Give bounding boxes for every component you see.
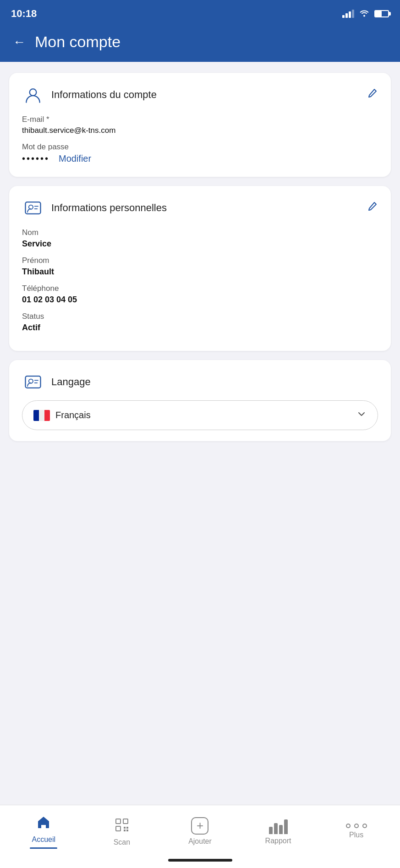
rapport-icon bbox=[269, 818, 288, 834]
svg-rect-11 bbox=[126, 830, 128, 831]
signal-icon bbox=[342, 10, 354, 18]
status-field: Status Actif bbox=[22, 312, 378, 333]
scan-label: Scan bbox=[114, 838, 130, 846]
personal-icon bbox=[22, 197, 44, 219]
status-icons bbox=[342, 9, 389, 19]
scan-icon bbox=[113, 816, 131, 835]
status-bar: 10:18 bbox=[0, 0, 400, 26]
account-icon bbox=[22, 84, 44, 106]
home-bar-line bbox=[168, 859, 232, 862]
language-card: Langage Français bbox=[9, 360, 391, 441]
password-row: •••••• Modifier bbox=[22, 153, 378, 164]
svg-rect-7 bbox=[116, 826, 121, 831]
language-left: Français bbox=[33, 410, 91, 421]
nav-item-accueil[interactable]: Accueil bbox=[5, 813, 83, 849]
nav-item-plus[interactable]: Plus bbox=[317, 824, 395, 839]
rapport-label: Rapport bbox=[265, 837, 291, 845]
personal-info-card: Informations personnelles Nom Service Pr… bbox=[9, 186, 391, 351]
personal-section-title: Informations personnelles bbox=[51, 202, 167, 214]
battery-icon bbox=[374, 10, 389, 17]
nav-item-ajouter[interactable]: + Ajouter bbox=[161, 817, 239, 846]
page-title: Mon compte bbox=[35, 33, 121, 51]
email-value: thibault.service@k-tns.com bbox=[22, 126, 378, 135]
personal-edit-button[interactable] bbox=[366, 201, 378, 215]
svg-rect-10 bbox=[124, 830, 126, 831]
personal-card-header-left: Informations personnelles bbox=[22, 197, 167, 219]
language-value: Français bbox=[55, 410, 91, 420]
svg-point-0 bbox=[30, 89, 37, 96]
personal-card-header: Informations personnelles bbox=[22, 197, 378, 219]
email-field: E-mail * thibault.service@k-tns.com bbox=[22, 115, 378, 135]
svg-rect-9 bbox=[126, 827, 128, 829]
nom-value: Service bbox=[22, 239, 378, 249]
chevron-down-icon bbox=[356, 409, 367, 421]
page-header: ← Mon compte bbox=[0, 26, 400, 62]
nom-field: Nom Service bbox=[22, 228, 378, 249]
language-section-title: Langage bbox=[51, 376, 91, 388]
wifi-icon bbox=[359, 9, 370, 19]
prenom-field: Prénom Thibault bbox=[22, 256, 378, 277]
language-card-header-left: Langage bbox=[22, 371, 91, 393]
nav-item-scan[interactable]: Scan bbox=[83, 816, 161, 846]
telephone-value: 01 02 03 04 05 bbox=[22, 295, 378, 305]
email-label: E-mail * bbox=[22, 115, 378, 124]
prenom-label: Prénom bbox=[22, 256, 378, 265]
ajouter-icon: + bbox=[191, 817, 208, 835]
telephone-label: Téléphone bbox=[22, 284, 378, 293]
language-card-header: Langage bbox=[22, 371, 378, 393]
france-flag bbox=[33, 410, 50, 421]
account-edit-button[interactable] bbox=[366, 87, 378, 102]
svg-rect-6 bbox=[123, 819, 128, 824]
prenom-value: Thibault bbox=[22, 267, 378, 277]
active-indicator bbox=[30, 847, 57, 849]
password-dots: •••••• bbox=[22, 153, 49, 164]
status-label: Status bbox=[22, 312, 378, 321]
svg-rect-5 bbox=[116, 819, 121, 824]
status-time: 10:18 bbox=[11, 8, 37, 20]
account-card-header: Informations du compte bbox=[22, 84, 378, 106]
telephone-field: Téléphone 01 02 03 04 05 bbox=[22, 284, 378, 305]
svg-rect-8 bbox=[124, 827, 126, 829]
modifier-button[interactable]: Modifier bbox=[59, 153, 91, 164]
accueil-icon bbox=[35, 813, 52, 833]
password-label: Mot de passe bbox=[22, 142, 378, 152]
account-card-header-left: Informations du compte bbox=[22, 84, 157, 106]
home-gesture-bar bbox=[0, 855, 400, 868]
bottom-nav: Accueil Scan + Ajouter R bbox=[0, 805, 400, 855]
nav-item-rapport[interactable]: Rapport bbox=[239, 818, 318, 845]
ajouter-label: Ajouter bbox=[188, 837, 212, 846]
account-section-title: Informations du compte bbox=[51, 89, 157, 101]
main-content: Informations du compte E-mail * thibault… bbox=[0, 62, 400, 805]
account-info-card: Informations du compte E-mail * thibault… bbox=[9, 73, 391, 177]
plus-icon bbox=[346, 824, 367, 828]
status-value: Actif bbox=[22, 323, 378, 333]
nom-label: Nom bbox=[22, 228, 378, 237]
plus-label: Plus bbox=[349, 831, 363, 839]
password-field: Mot de passe •••••• Modifier bbox=[22, 142, 378, 164]
back-button[interactable]: ← bbox=[13, 35, 26, 49]
language-dropdown[interactable]: Français bbox=[22, 400, 378, 430]
language-icon bbox=[22, 371, 44, 393]
accueil-label: Accueil bbox=[32, 835, 56, 844]
